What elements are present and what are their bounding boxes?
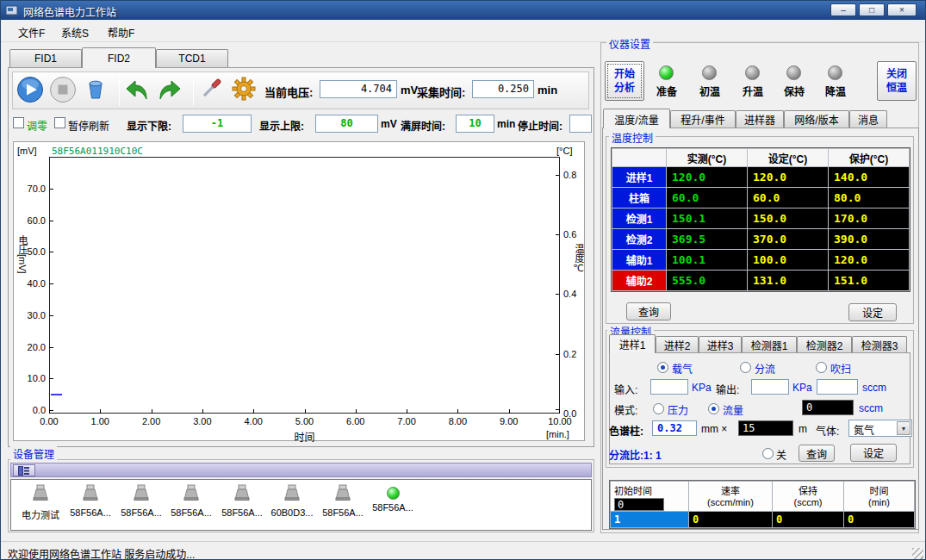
start-analysis-button[interactable]: 开始分析 xyxy=(605,61,644,101)
program-time-value[interactable]: 0 xyxy=(844,512,914,527)
close-isothermal-button[interactable]: 关闭恒温 xyxy=(877,61,917,101)
query-temp-button[interactable]: 查询 xyxy=(626,302,671,320)
minimize-button[interactable]: – xyxy=(830,3,856,16)
initial-label: 初始时间 xyxy=(614,486,652,496)
initial-value-field[interactable]: 0 xyxy=(614,498,664,511)
radio-purge[interactable] xyxy=(816,362,827,373)
start-collect-button[interactable] xyxy=(16,76,44,103)
redo-arrow-button[interactable] xyxy=(157,78,183,103)
pause-refresh-checkbox[interactable] xyxy=(54,117,65,128)
tab-messages[interactable]: 消息 xyxy=(849,110,887,128)
status-text: 欢迎使用网络色谱工作站 服务启动成功... xyxy=(8,546,195,560)
flow-tab-injector1[interactable]: 进样1 xyxy=(609,334,656,353)
menu-item-system[interactable]: 系统S xyxy=(54,23,96,41)
tab-tcd1[interactable]: TCD1 xyxy=(156,49,228,67)
fullscreen-time-field[interactable]: 10 xyxy=(456,115,494,133)
mode-label: 模式: xyxy=(614,402,637,417)
hold-led xyxy=(786,65,801,80)
settings-gear-button[interactable] xyxy=(231,76,257,102)
menu-item-help[interactable]: 帮助F xyxy=(101,23,141,41)
program-row: 1 0 0 0 xyxy=(611,512,914,527)
flow-tab-detector2[interactable]: 检测器2 xyxy=(797,336,852,352)
radio-pressure-mode[interactable] xyxy=(653,403,664,414)
gas-select[interactable]: 氮气 ▼ xyxy=(848,420,912,437)
program-hold-value[interactable]: 0 xyxy=(773,512,843,527)
device-item[interactable]: 58F56A... xyxy=(217,483,267,518)
flow-tab-detector1[interactable]: 检测器1 xyxy=(742,336,797,352)
maximize-button[interactable]: □ xyxy=(859,3,885,16)
gas-selected-value: 氮气 xyxy=(854,422,874,437)
radio-flow-mode[interactable] xyxy=(708,403,719,414)
output-flow-field[interactable] xyxy=(817,379,858,395)
tab-program-events[interactable]: 程升/事件 xyxy=(670,110,736,128)
menu-item-file[interactable]: 文件F xyxy=(11,23,52,41)
temp-protect-value[interactable]: 120.0 xyxy=(829,250,909,270)
temp-set-value[interactable]: 120.0 xyxy=(748,167,828,187)
display-lower-field[interactable]: -1 xyxy=(183,115,252,133)
temp-set-value[interactable]: 100.0 xyxy=(748,250,828,270)
program-rate-value[interactable]: 0 xyxy=(689,512,772,527)
display-upper-field[interactable]: 80 xyxy=(315,115,378,133)
temp-row-label: 检测2 xyxy=(612,229,666,249)
program-row-number[interactable]: 1 xyxy=(611,512,688,527)
y-tick: 0.0 xyxy=(14,405,46,415)
device-item[interactable]: 58F56A... xyxy=(318,483,368,518)
pause-refresh-label: 暂停刷新 xyxy=(68,118,109,133)
resize-grip[interactable] xyxy=(912,548,923,559)
signal-trace xyxy=(51,394,62,395)
menu-bar: 文件F 系统S 帮助F xyxy=(1,20,925,42)
flow-tab-injector2[interactable]: 进样2 xyxy=(656,336,699,352)
zero-checkbox[interactable] xyxy=(13,117,24,128)
tab-fid2[interactable]: FID2 xyxy=(82,47,156,68)
device-item[interactable]: 58F56A... xyxy=(65,483,115,518)
tab-temp-flow[interactable]: 温度/流量 xyxy=(603,109,670,128)
temp-protect-value[interactable]: 151.0 xyxy=(829,271,909,290)
acq-time-field[interactable]: 0.250 xyxy=(472,80,534,98)
tab-injector[interactable]: 进样器 xyxy=(736,110,784,128)
input-pressure-field[interactable] xyxy=(650,379,688,395)
device-item[interactable]: 58F56A... xyxy=(368,483,418,513)
title-bar: 网络色谱电力工作站 – □ × xyxy=(1,1,925,20)
toolbar-separator xyxy=(193,75,194,106)
radio-carrier-gas[interactable] xyxy=(657,362,668,373)
set-flow-button[interactable]: 设定 xyxy=(850,444,897,462)
device-item[interactable]: 58F56A... xyxy=(166,483,216,518)
radio-split-flow[interactable] xyxy=(740,362,751,373)
stop-time-field[interactable] xyxy=(569,115,592,133)
close-button[interactable]: × xyxy=(887,3,917,16)
temp-set-value[interactable]: 60.0 xyxy=(748,188,828,208)
output-pressure-field[interactable] xyxy=(751,379,789,395)
sccm-unit-label: sccm xyxy=(859,402,883,414)
device-item[interactable]: 58F56A... xyxy=(116,483,166,518)
column-diameter-field[interactable]: 0.32 xyxy=(652,420,697,436)
temp-protect-value[interactable]: 390.0 xyxy=(829,229,909,249)
device-item[interactable]: 电力测试 xyxy=(16,483,65,521)
temp-protect-value[interactable]: 170.0 xyxy=(829,208,909,228)
chevron-down-icon[interactable]: ▼ xyxy=(897,421,910,435)
tab-fid1[interactable]: FID1 xyxy=(9,49,82,67)
temp-protect-value[interactable]: 140.0 xyxy=(829,167,909,187)
flow-tab-injector3[interactable]: 进样3 xyxy=(699,336,742,352)
device-item[interactable]: 60B0D3... xyxy=(267,483,317,518)
device-manager-title: 设备管理 xyxy=(10,446,57,461)
calibrate-tool-button[interactable] xyxy=(198,76,224,102)
temp-set-value[interactable]: 131.0 xyxy=(748,271,828,290)
acq-time-label: 采集时间: xyxy=(417,84,465,100)
flow-tab-detector3[interactable]: 检测器3 xyxy=(852,336,907,352)
set-temp-button[interactable]: 设定 xyxy=(848,303,897,321)
undo-arrow-button[interactable] xyxy=(124,78,150,103)
flow-setpoint-field[interactable]: 0 xyxy=(802,400,854,415)
temp-set-value[interactable]: 150.0 xyxy=(748,208,828,228)
stop-collect-button[interactable] xyxy=(49,76,77,103)
clear-bucket-button[interactable] xyxy=(82,76,109,103)
ready-led xyxy=(659,65,674,80)
device-list-button[interactable] xyxy=(13,464,35,476)
current-voltage-field[interactable]: 4.704 xyxy=(320,80,397,98)
y-tick: 10.0 xyxy=(14,373,46,383)
temp-set-value[interactable]: 370.0 xyxy=(748,229,828,249)
temp-protect-value[interactable]: 80.0 xyxy=(829,188,909,208)
tab-network-version[interactable]: 网络/版本 xyxy=(784,110,849,128)
column-length-field[interactable]: 15 xyxy=(738,420,793,436)
radio-off[interactable] xyxy=(762,448,774,459)
query-flow-button[interactable]: 查询 xyxy=(799,445,835,462)
